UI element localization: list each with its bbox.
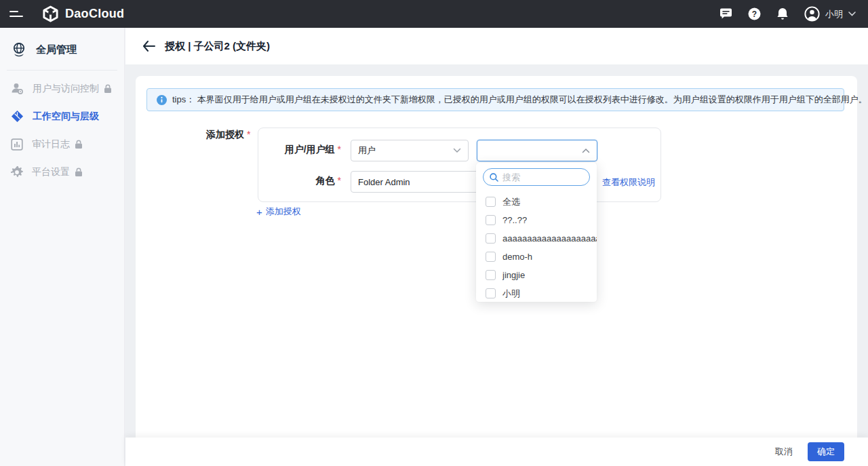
chevron-down-icon [453, 148, 461, 153]
avatar [804, 6, 820, 22]
user-group-label: 用户/用户组* [261, 144, 341, 156]
app-window: DaoCloud ? [0, 0, 868, 466]
menu-toggle-icon[interactable] [9, 9, 24, 20]
sidebar-item-label: 工作空间与层级 [33, 111, 99, 123]
checkbox[interactable] [486, 233, 496, 244]
dropdown-search[interactable] [483, 168, 590, 186]
sidebar-item-user-access-control[interactable]: 用户与访问控制 [0, 75, 124, 102]
footer-actions: 取消 确定 [125, 438, 868, 466]
svg-text:?: ? [751, 9, 756, 19]
top-navbar: DaoCloud ? [0, 0, 868, 28]
info-icon [157, 95, 167, 105]
daocloud-cube-icon [42, 5, 59, 22]
message-icon[interactable] [719, 7, 732, 21]
search-icon [490, 173, 498, 182]
permission-help-link[interactable]: 查看权限说明 [602, 176, 655, 189]
topbar-actions: ? 小明 [719, 6, 868, 22]
dropdown-option-select-all[interactable]: 全选 [476, 193, 597, 211]
sidebar-header[interactable]: 全局管理 [0, 28, 124, 70]
user-menu[interactable]: 小明 [804, 6, 856, 22]
user-dropdown-panel: 全选 ??..?? aaaaaaaaaaaaaaaaaaaa... demo-h… [476, 163, 597, 302]
authorization-group: 用户/用户组* 用户 角色* F [258, 128, 661, 202]
dropdown-option[interactable]: 小明 [476, 284, 597, 303]
add-authorization-link[interactable]: + 添加授权 [256, 206, 301, 218]
tips-text: tips： 本界面仅用于给用户或用户组在未授权过的文件夹下新增权限，已授权的用户… [172, 94, 867, 106]
dropdown-option[interactable]: demo-h [476, 248, 597, 266]
gear-icon [11, 166, 23, 178]
sidebar-item-label: 用户与访问控制 [33, 83, 99, 95]
sidebar: 全局管理 用户与访问控制 [0, 28, 125, 466]
sidebar-item-audit-log[interactable]: 审计日志 [0, 130, 124, 158]
search-input[interactable] [502, 172, 570, 182]
sidebar-title: 全局管理 [36, 43, 77, 56]
dropdown-option[interactable]: jingjie [476, 266, 597, 284]
checkbox[interactable] [486, 252, 496, 262]
required-marker: * [338, 175, 341, 186]
tips-banner: tips： 本界面仅用于给用户或用户组在未授权过的文件夹下新增权限，已授权的用户… [146, 88, 844, 111]
notification-bell-icon[interactable] [776, 7, 789, 21]
checkbox[interactable] [486, 215, 496, 225]
sidebar-item-workspace-hierarchy[interactable]: 工作空间与层级 [0, 102, 124, 130]
role-label: 角色* [261, 175, 341, 187]
brand-name: DaoCloud [65, 7, 124, 21]
plus-icon: + [256, 208, 262, 216]
sidebar-item-platform-settings[interactable]: 平台设置 [0, 158, 124, 186]
checkbox[interactable] [486, 197, 496, 207]
back-arrow-icon[interactable] [140, 38, 157, 54]
lock-icon [75, 140, 83, 149]
sidebar-divider [7, 70, 117, 71]
user-type-value: 用户 [358, 144, 453, 157]
sidebar-item-label: 平台设置 [32, 166, 70, 178]
sidebar-item-label: 审计日志 [32, 138, 70, 151]
chevron-down-icon [848, 12, 856, 16]
cancel-button[interactable]: 取消 [775, 446, 793, 458]
page-title: 授权 | 子公司2 (文件夹) [165, 40, 270, 53]
page-header: 授权 | 子公司2 (文件夹) [125, 28, 868, 64]
brand-logo[interactable]: DaoCloud [42, 5, 124, 22]
confirm-button[interactable]: 确定 [808, 442, 844, 461]
dropdown-option[interactable]: ??..?? [476, 211, 597, 229]
user-type-select[interactable]: 用户 [351, 140, 469, 161]
audit-log-icon [11, 138, 23, 151]
add-authorization-label: 添加授权 [266, 206, 301, 218]
section-label: 添加授权* [206, 129, 250, 141]
checkbox[interactable] [486, 270, 496, 280]
lock-icon [104, 84, 112, 94]
user-multiselect[interactable] [477, 140, 597, 161]
user-gear-icon [11, 82, 24, 95]
checkbox[interactable] [486, 288, 496, 298]
user-name: 小明 [825, 8, 843, 20]
workspace-diamond-icon [11, 110, 24, 123]
dropdown-option[interactable]: aaaaaaaaaaaaaaaaaaaa... [476, 229, 597, 248]
chevron-up-icon [582, 148, 590, 153]
required-marker: * [338, 144, 341, 155]
lock-icon [75, 168, 83, 177]
globe-icon [11, 41, 27, 58]
help-icon[interactable]: ? [747, 7, 761, 21]
required-marker: * [247, 129, 250, 140]
